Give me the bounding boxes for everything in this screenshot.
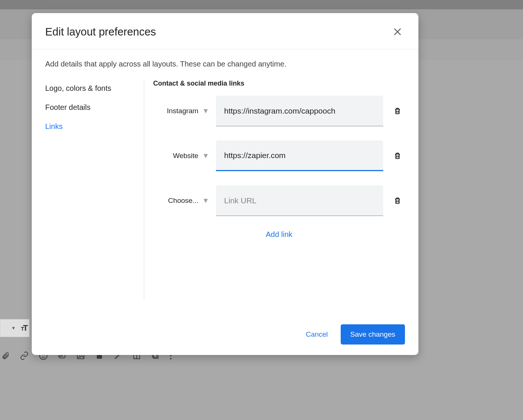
section-title: Contact & social media links bbox=[153, 80, 405, 87]
link-url-input[interactable] bbox=[216, 185, 383, 216]
link-type-label: Instagram bbox=[167, 107, 198, 115]
paperclip-icon bbox=[1, 351, 10, 360]
add-link-row: Add link bbox=[153, 230, 405, 239]
add-link-button[interactable]: Add link bbox=[266, 230, 292, 238]
link-type-label: Choose... bbox=[168, 197, 198, 205]
dialog-description: Add details that apply across all layout… bbox=[45, 60, 405, 68]
dialog-header: Edit layout preferences bbox=[32, 13, 418, 49]
bg-format-segment: ▼ TT bbox=[0, 319, 30, 337]
link-row: Choose... ▼ bbox=[153, 185, 405, 216]
link-type-select-instagram[interactable]: Instagram ▼ bbox=[153, 107, 209, 115]
nav-item-links[interactable]: Links bbox=[45, 118, 144, 137]
delete-link-button[interactable] bbox=[390, 106, 405, 115]
dialog-title: Edit layout preferences bbox=[45, 26, 156, 38]
svg-point-11 bbox=[170, 355, 171, 356]
cancel-button[interactable]: Cancel bbox=[303, 325, 331, 344]
dialog-two-column: Logo, colors & fonts Footer details Link… bbox=[45, 80, 405, 300]
link-icon bbox=[19, 351, 29, 360]
delete-link-button[interactable] bbox=[390, 151, 405, 160]
link-url-input[interactable] bbox=[216, 140, 383, 171]
link-type-label: Website bbox=[173, 152, 198, 160]
save-changes-button[interactable]: Save changes bbox=[341, 324, 405, 345]
dialog-body: Add details that apply across all layout… bbox=[32, 49, 418, 324]
trash-icon bbox=[393, 106, 402, 115]
link-row: Instagram ▼ bbox=[153, 96, 405, 126]
caret-down-icon: ▼ bbox=[11, 325, 16, 331]
caret-down-icon: ▼ bbox=[202, 107, 209, 115]
dialog-nav: Logo, colors & fonts Footer details Link… bbox=[45, 80, 144, 300]
edit-layout-preferences-dialog: Edit layout preferences Add details that… bbox=[32, 13, 418, 355]
dialog-footer: Cancel Save changes bbox=[32, 324, 418, 355]
trash-icon bbox=[393, 196, 402, 205]
close-icon bbox=[393, 27, 402, 37]
close-button[interactable] bbox=[390, 24, 405, 39]
caret-down-icon: ▼ bbox=[202, 197, 209, 205]
svg-point-12 bbox=[170, 358, 171, 359]
nav-item-footer-details[interactable]: Footer details bbox=[45, 99, 144, 118]
svg-rect-5 bbox=[97, 355, 102, 359]
delete-link-button[interactable] bbox=[390, 196, 405, 205]
dialog-content: Contact & social media links Instagram ▼ bbox=[144, 80, 405, 300]
link-row: Website ▼ bbox=[153, 140, 405, 171]
nav-item-logo-colors-fonts[interactable]: Logo, colors & fonts bbox=[45, 80, 144, 99]
trash-icon bbox=[393, 151, 402, 160]
caret-down-icon: ▼ bbox=[202, 152, 209, 160]
link-type-select-choose[interactable]: Choose... ▼ bbox=[153, 197, 209, 205]
text-size-icon: TT bbox=[21, 323, 27, 333]
link-url-input[interactable] bbox=[216, 96, 383, 126]
bg-titlebar bbox=[0, 0, 523, 9]
link-type-select-website[interactable]: Website ▼ bbox=[153, 152, 209, 160]
